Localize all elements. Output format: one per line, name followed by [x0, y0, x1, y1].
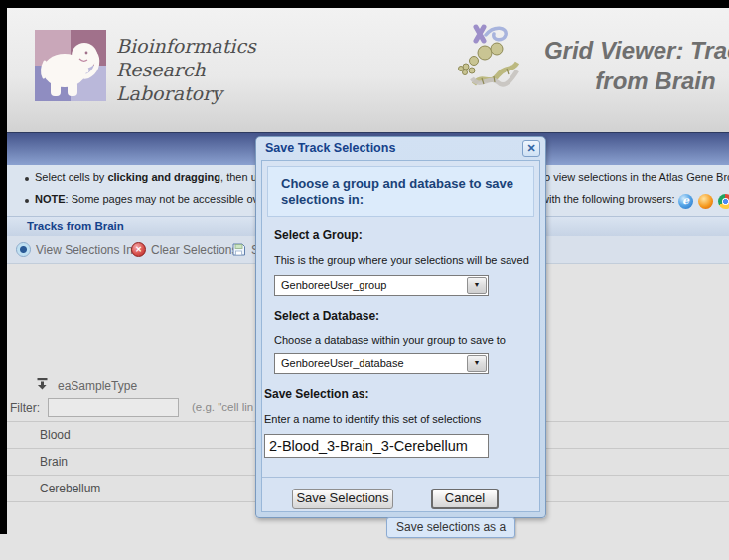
notice-text: : Some pages may not be accessible over — [66, 193, 268, 205]
screen-edge-corner — [0, 534, 7, 560]
firefox-browser-icon — [698, 194, 713, 209]
notice-text: Select cells by — [35, 171, 107, 183]
filter-input[interactable] — [48, 398, 179, 417]
save-button-tooltip: Save selections as a — [386, 517, 515, 538]
notice-select-cells-right: to view selections in the Atlas Gene Bro… — [541, 171, 729, 183]
page-header: Bioinformatics Research Laboratory Grid … — [7, 8, 729, 133]
save-as-help: Enter a name to identify this set of sel… — [264, 413, 527, 425]
view-selections-button[interactable]: View Selections In ▾ — [16, 236, 144, 263]
save-track-selections-dialog: Save Track Selections ✕ Choose a group a… — [255, 136, 546, 518]
dialog-intro-line1: Choose a group and database to save — [281, 176, 520, 192]
database-help: Choose a database within your group to s… — [274, 334, 527, 346]
notice-browsers: NOTE: Some pages may not be accessible o… — [35, 193, 268, 205]
notice-text-bold: clicking and dragging — [107, 171, 220, 183]
selection-name-input[interactable] — [264, 434, 489, 458]
clear-icon: ✕ — [131, 242, 146, 257]
clear-selections-button[interactable]: ✕ Clear Selections — [131, 236, 237, 263]
cancel-button[interactable]: Cancel — [431, 489, 499, 509]
name-section: Save Selection as: Enter a name to ident… — [264, 387, 527, 458]
chevron-down-icon[interactable]: ▼ — [467, 355, 487, 372]
screenshot-root: Bioinformatics Research Laboratory Grid … — [0, 0, 729, 560]
group-label: Select a Group: — [274, 228, 527, 242]
page-title: Grid Viewer: Tracks from Brain — [521, 35, 729, 96]
filter-hint: (e.g. "cell lin — [192, 401, 253, 413]
org-name: Bioinformatics Research Laboratory — [116, 34, 256, 105]
view-selections-label: View Selections In — [36, 243, 133, 257]
brl-elephant-logo — [35, 30, 106, 101]
notice-select-cells: Select cells by clicking and dragging, t… — [35, 171, 268, 183]
save-disk-icon — [231, 242, 246, 257]
screen-edge — [0, 8, 7, 534]
chevron-down-icon[interactable]: ▼ — [467, 277, 487, 294]
ie-browser-icon: e — [678, 194, 693, 209]
dialog-intro-line2: selections in: — [281, 192, 520, 208]
dialog-body: Choose a group and database to save sele… — [261, 160, 540, 512]
column-header-label: eaSampleType — [58, 379, 137, 393]
group-help: This is the group where your selections … — [274, 254, 527, 266]
dialog-footer: Save Selections Cancel — [262, 477, 539, 511]
database-select[interactable]: GenboreeUser_database ▼ — [274, 353, 489, 374]
org-name-line: Laboratory — [116, 81, 256, 105]
notice-text-bold: NOTE — [35, 193, 66, 205]
group-select-value: GenboreeUser_group — [281, 276, 386, 295]
dna-art-icon — [452, 21, 521, 90]
dialog-fields: Select a Group: This is the group where … — [262, 222, 539, 458]
bullet-icon — [25, 177, 29, 181]
database-select-value: GenboreeUser_database — [281, 354, 404, 373]
database-label: Select a Database: — [274, 309, 527, 323]
org-name-line: Bioinformatics — [116, 34, 256, 58]
chrome-browser-icon — [718, 194, 729, 209]
close-icon[interactable]: ✕ — [522, 140, 540, 157]
notice-browsers-right: with the following browsers: — [541, 193, 675, 205]
sort-descending-icon[interactable] — [36, 377, 49, 390]
dialog-title: Save Track Selections — [256, 137, 545, 160]
clear-selections-label: Clear Selections — [151, 243, 237, 257]
bullet-icon — [25, 199, 29, 203]
dialog-intro-text: Choose a group and database to save sele… — [267, 166, 534, 217]
page-title-line2: from Brain — [521, 66, 729, 96]
screen-edge — [0, 0, 729, 8]
page-title-line1: Grid Viewer: Tracks — [521, 35, 729, 66]
group-select[interactable]: GenboreeUser_group ▼ — [274, 275, 489, 296]
eye-icon — [16, 242, 31, 257]
filter-label: Filter: — [10, 401, 40, 415]
save-selections-button[interactable]: Save Selections — [292, 489, 393, 509]
org-name-line: Research — [116, 58, 256, 81]
save-as-label: Save Selection as: — [264, 387, 527, 401]
